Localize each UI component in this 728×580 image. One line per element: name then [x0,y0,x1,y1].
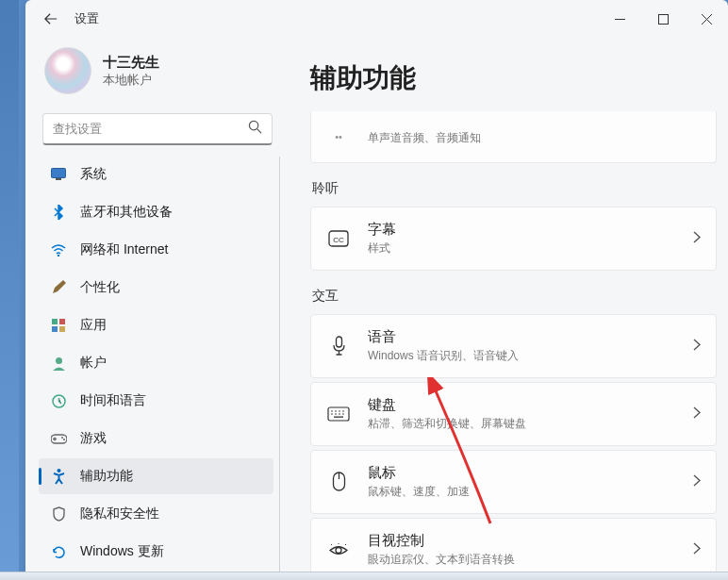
system-icon [50,166,67,183]
svg-point-19 [331,410,333,412]
sidebar-item-label: 隐私和安全性 [80,505,159,522]
titlebar: 设置 [25,0,728,38]
chevron-right-icon [693,230,701,247]
profile[interactable]: 十三先生 本地帐户 [39,47,280,108]
chevron-right-icon [693,541,701,558]
svg-point-12 [61,437,63,439]
close-button[interactable] [685,0,728,38]
card-sub: 样式 [368,240,676,257]
eye-icon [326,538,351,562]
keyboard-icon [326,402,351,426]
taskbar [0,572,728,580]
minimize-button[interactable] [598,0,641,38]
card-title: 鼠标 [368,464,676,482]
card-captions[interactable]: CC 字幕 样式 [310,207,717,271]
accounts-icon [50,355,67,372]
card-sub: 鼠标键、速度、加速 [368,484,676,500]
svg-point-4 [58,254,59,256]
chevron-right-icon [693,406,701,423]
svg-point-1 [249,121,257,129]
svg-rect-5 [52,319,58,324]
sidebar-item-label: 应用 [80,317,107,334]
close-icon [702,14,712,25]
sidebar-item-privacy[interactable]: 隐私和安全性 [39,496,273,532]
sidebar-item-personalize[interactable]: 个性化 [39,270,273,306]
arrow-left-icon [44,12,58,25]
card-sub: 单声道音频、音频通知 [368,130,701,146]
sidebar-item-gaming[interactable]: 游戏 [39,421,273,456]
sidebar-item-update[interactable]: Windows 更新 [39,534,273,570]
page-title: 辅助功能 [310,60,717,96]
profile-name: 十三先生 [103,54,159,72]
time-icon [50,392,67,409]
svg-point-13 [63,439,65,440]
network-icon [50,241,67,258]
svg-rect-17 [336,337,341,347]
svg-point-23 [331,413,333,415]
card-title: 键盘 [368,396,676,414]
sidebar-item-label: 个性化 [80,279,120,296]
sidebar-item-accessibility[interactable]: 辅助功能 [39,458,273,494]
sidebar-item-accounts[interactable]: 帐户 [39,345,273,381]
svg-point-20 [335,410,337,412]
card-speech[interactable]: 语音 Windows 语音识别、语音键入 [310,314,717,378]
maximize-button[interactable] [641,0,685,38]
sidebar-item-label: 系统 [80,166,107,183]
svg-point-25 [339,413,340,415]
card-sub: 眼动追踪仪、文本到语音转换 [368,552,676,568]
chevron-right-icon [693,338,701,355]
sidebar-item-label: 时间和语言 [80,392,146,409]
svg-point-24 [335,413,337,415]
privacy-icon [50,505,67,522]
svg-rect-0 [658,14,668,24]
search-placeholder: 查找设置 [53,121,248,138]
bluetooth-icon [50,204,67,221]
svg-rect-3 [56,178,61,180]
svg-rect-6 [59,319,65,324]
search-input[interactable]: 查找设置 [42,113,273,145]
sidebar-item-apps[interactable]: 应用 [39,307,273,343]
window-title: 设置 [74,10,99,27]
accessibility-icon [50,468,67,485]
svg-rect-2 [52,169,66,178]
maximize-icon [658,14,669,25]
svg-point-22 [342,410,344,412]
sidebar-item-system[interactable]: 系统 [39,157,273,192]
avatar [44,47,91,94]
svg-point-21 [339,410,340,412]
svg-text:CC: CC [333,236,344,244]
card-title: 目视控制 [368,532,676,550]
back-button[interactable] [37,5,65,33]
svg-rect-8 [59,326,65,332]
svg-point-14 [57,469,60,472]
nav: 系统 蓝牙和其他设备 网络和 Internet 个性化 应用 [39,157,280,572]
card-title: 语音 [368,328,676,346]
apps-icon [50,317,67,334]
sidebar-item-label: 网络和 Internet [80,241,168,258]
card-keyboard[interactable]: 键盘 粘滞、筛选和切换键、屏幕键盘 [310,382,717,446]
section-hearing: 聆听 [312,180,717,197]
sidebar-item-bluetooth[interactable]: 蓝牙和其他设备 [39,194,273,230]
card-audio-partial[interactable]: •• 单声道音频、音频通知 [310,111,717,163]
svg-rect-27 [334,417,343,418]
profile-account-type: 本地帐户 [103,72,159,89]
svg-point-26 [342,413,344,415]
sidebar-item-time[interactable]: 时间和语言 [39,383,273,419]
audio-icon: •• [326,124,351,149]
personalize-icon [50,279,67,296]
gaming-icon [50,430,67,447]
sidebar-item-label: 辅助功能 [80,468,133,485]
sidebar-item-network[interactable]: 网络和 Internet [39,232,273,268]
microphone-icon [326,334,351,358]
svg-point-30 [336,547,341,553]
section-interaction: 交互 [312,288,717,305]
sidebar-item-label: 蓝牙和其他设备 [80,204,173,221]
card-sub: Windows 语音识别、语音键入 [368,348,676,364]
chevron-right-icon [693,473,701,490]
mouse-icon [326,470,351,494]
captions-icon: CC [326,226,351,251]
card-mouse[interactable]: 鼠标 鼠标键、速度、加速 [310,450,717,514]
sidebar-item-label: 帐户 [80,355,107,372]
update-icon [50,543,67,560]
card-eye-control[interactable]: 目视控制 眼动追踪仪、文本到语音转换 [310,518,717,572]
